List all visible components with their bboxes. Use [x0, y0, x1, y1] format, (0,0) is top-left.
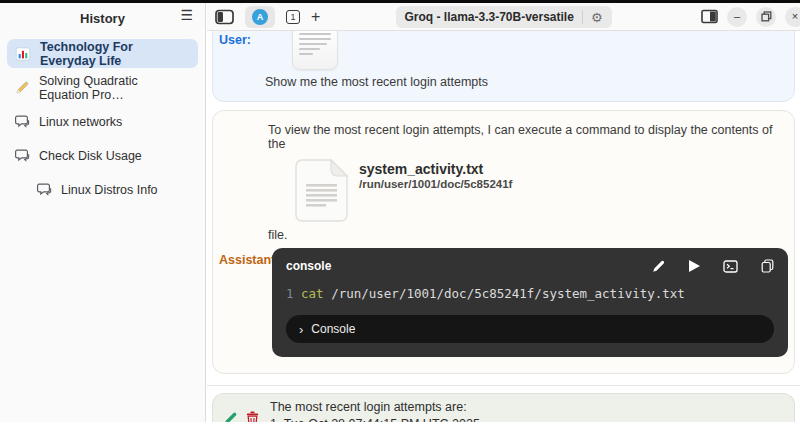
command-keyword: cat [301, 286, 324, 301]
user-role-label: User: [219, 33, 275, 47]
result-line: The most recent login attempts are: [270, 399, 480, 416]
file-attachment-meta: system_activity.txt /run/user/1001/doc/5… [359, 159, 512, 190]
console-expander-label: Console [311, 322, 355, 336]
attached-document-icon[interactable] [292, 31, 338, 70]
sidebar-item-linux-distros-info[interactable]: Linux Distros Info [29, 175, 198, 204]
message-actions [223, 411, 259, 422]
assistant-intro-text: To view the most recent login attempts, … [268, 123, 788, 151]
sidebar-item-technology-for-everyday-life[interactable]: Technology For Everyday Life [7, 39, 198, 68]
headerbar-right-group: – × [701, 7, 792, 27]
text-file-icon [295, 159, 349, 222]
sidebar-item-linux-networks[interactable]: Linux networks [7, 107, 198, 136]
chevron-right-icon: › [299, 323, 303, 336]
run-code-icon[interactable] [689, 260, 700, 272]
sidebar-item-label: Linux networks [39, 115, 122, 129]
console-header: console [286, 259, 774, 273]
console-language-label: console [286, 259, 331, 273]
pencil-icon [15, 80, 30, 95]
console-output-expander[interactable]: › Console [286, 315, 774, 343]
menu-icon[interactable]: ☰ [180, 8, 193, 22]
file-path: /run/user/1001/doc/5c85241f [359, 178, 512, 190]
result-line: 1. Tue Oct 28 07:44:15 PM UTC 2025 [270, 416, 480, 422]
user-message-card: User: Show me the most recent login atte… [212, 31, 795, 102]
assistant-message-card: To view the most recent login attempts, … [212, 110, 795, 374]
headerbar: A 1 + Groq - llama-3.3-70B-versatile ⚙ –… [207, 3, 800, 31]
toggle-sidebar-icon[interactable] [215, 9, 234, 25]
console-actions [652, 259, 774, 273]
copy-icon[interactable] [761, 259, 774, 273]
user-message-header: User: [219, 31, 782, 70]
sidebar-item-check-disk-usage[interactable]: Check Disk Usage [7, 141, 198, 170]
assistant-console-row: Assistant: console [219, 248, 788, 357]
tab-overview-button[interactable]: 1 [286, 10, 300, 24]
delete-message-icon[interactable] [246, 411, 259, 422]
history-sidebar: History ☰ Technology For Everyday Life S… [0, 3, 206, 422]
console-code-line[interactable]: 1 cat /run/user/1001/doc/5c85241f/system… [286, 286, 774, 301]
message-divider [207, 385, 800, 386]
title-separator [582, 10, 583, 24]
console-code-block: console [272, 248, 788, 357]
chat-icon [37, 183, 52, 197]
sidebar-item-solving-quadratic-equation[interactable]: Solving Quadratic Equation Pro… [7, 73, 198, 102]
window-title: Groq - llama-3.3-70B-versatile [404, 10, 573, 24]
new-tab-icon[interactable]: + [311, 9, 320, 25]
sidebar-header: History ☰ [0, 3, 205, 33]
active-tab[interactable]: A [245, 6, 275, 28]
assistant-role-label: Assistant: [219, 248, 272, 357]
sidebar-item-label: Linux Distros Info [61, 183, 158, 197]
chat-scroll-area[interactable]: User: Show me the most recent login atte… [207, 31, 800, 422]
restore-icon[interactable] [756, 7, 776, 27]
app-window: History ☰ Technology For Everyday Life S… [0, 0, 800, 422]
edit-code-icon[interactable] [652, 259, 666, 273]
terminal-icon[interactable] [723, 260, 738, 273]
assistant-result-text: The most recent login attempts are: 1. T… [270, 399, 480, 422]
assistant-result-card: The most recent login attempts are: 1. T… [212, 393, 795, 422]
tab-avatar: A [252, 9, 268, 25]
toggle-panel-icon[interactable] [701, 9, 718, 24]
sidebar-item-label: Technology For Everyday Life [40, 40, 190, 68]
sidebar-item-label: Check Disk Usage [39, 149, 142, 163]
model-settings-gear-icon[interactable]: ⚙ [591, 11, 603, 24]
assistant-after-text: file. [268, 228, 788, 242]
line-number: 1 [286, 286, 294, 301]
minimize-icon[interactable]: – [727, 7, 747, 27]
edit-message-icon[interactable] [223, 411, 238, 422]
close-icon[interactable]: × [785, 7, 800, 27]
user-message-text: Show me the most recent login attempts [265, 75, 782, 89]
headerbar-left-group: A 1 + [215, 6, 320, 28]
bar-chart-icon [15, 46, 31, 62]
window-title-pill[interactable]: Groq - llama-3.3-70B-versatile ⚙ [395, 6, 611, 28]
file-attachment[interactable]: system_activity.txt /run/user/1001/doc/5… [295, 159, 788, 222]
chat-icon [15, 149, 30, 163]
command-args: /run/user/1001/doc/5c85241f/system_activ… [324, 286, 685, 301]
chat-icon [15, 115, 30, 129]
file-name: system_activity.txt [359, 161, 512, 177]
sidebar-item-label: Solving Quadratic Equation Pro… [39, 74, 190, 102]
sidebar-title: History [80, 11, 125, 26]
history-list: Technology For Everyday Life Solving Qua… [0, 33, 205, 204]
